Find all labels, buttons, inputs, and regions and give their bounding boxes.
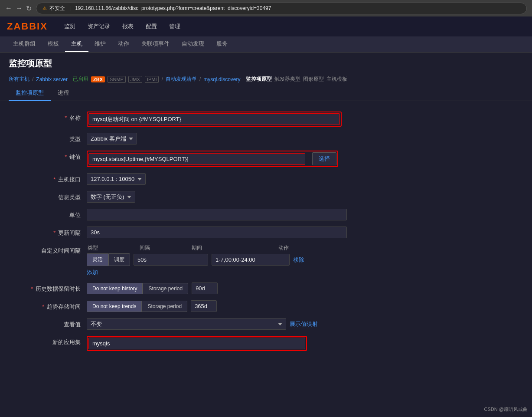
name-input[interactable] [88,113,340,125]
show-mapping-btn[interactable]: 展示值映射 [290,320,318,328]
trends-row: * 趋势存储时间 Do not keep trends Storage peri… [9,300,408,312]
brand-bar: ZABBIX 监测 资产记录 报表 配置 管理 [0,16,532,36]
url-text: 192.168.111.66/zabbix/disc_prototypes.ph… [75,5,271,11]
info-type-row: 信息类型 数字 (无正负) [9,191,408,203]
breadcrumb-discovery-list[interactable]: 自动发现清单 [166,76,197,83]
no-keep-trends-btn[interactable]: Do not keep trends [87,301,142,312]
host-interface-row: * 主机接口 127.0.0.1 : 10050 [9,173,408,185]
subnav-correlation[interactable]: 关联项事件 [135,36,176,52]
sep3: / [161,76,163,82]
page-wrapper: 监控项原型 所有主机 / Zabbix server 已启用 ZBX SNMP … [0,53,532,417]
unit-input[interactable] [87,209,347,220]
value-mapping-label: 查看值 [9,318,87,328]
sep1: / [32,76,33,82]
history-label: * 历史数据保留时长 [9,282,87,293]
remove-button[interactable]: 移除 [293,256,304,264]
menu-item-admin[interactable]: 管理 [163,19,186,34]
breadcrumb: 所有主机 / Zabbix server 已启用 ZBX SNMP JMX IP… [0,73,532,85]
schedule-header: 类型 间隔 期间 动作 [87,244,304,252]
type-row: 类型 Zabbix 客户端 [9,133,408,144]
header-action: 动作 [278,244,304,252]
main-menu[interactable]: 监测 资产记录 报表 配置 管理 [58,19,186,34]
sub-nav: 主机群组 模板 主机 维护 动作 关联项事件 自动发现 服务 [0,36,532,53]
insecure-label: 不安全 [49,5,65,12]
form-body: * 名称 类型 Zabbix 客户端 * 键值 [0,108,416,361]
page-title: 监控项原型 [0,53,532,73]
breadcrumb-zabbix-server[interactable]: Zabbix server [36,76,68,82]
info-type-label: 信息类型 [9,191,87,201]
app-field-wrapper [87,336,307,351]
subnav-discovery[interactable]: 自动发现 [176,36,210,52]
add-button[interactable]: 添加 [87,269,98,276]
tabs: 监控项原型 进程 [0,85,532,101]
address-bar[interactable]: ⚠ 不安全 | 192.168.111.66/zabbix/disc_proto… [36,3,527,14]
info-type-select[interactable]: 数字 (无正负) [87,191,135,203]
schedule-row-1: 灵活 调度 移除 [87,253,304,266]
breadcrumb-trigger-type: 触发器类型 [274,76,300,83]
host-interface-label: * 主机接口 [9,173,87,184]
tab-item-prototype[interactable]: 监控项原型 [9,85,51,101]
no-keep-history-btn[interactable]: Do not keep history [87,283,143,294]
header-interval: 间隔 [140,244,192,252]
name-label: * 名称 [9,112,87,122]
trends-controls: Do not keep trends Storage period [87,300,217,312]
menu-item-monitor[interactable]: 监测 [58,19,82,34]
value-mapping-row: 查看值 不变 展示值映射 [9,318,408,330]
menu-item-config[interactable]: 配置 [140,19,163,34]
schedule-btn[interactable]: 调度 [108,253,130,266]
period-input[interactable] [212,254,290,266]
type-select-wrapper: Zabbix 客户端 [87,133,137,144]
required-star-ui: * [53,230,55,236]
breadcrumb-item-prototype: 监控项原型 [246,76,272,83]
trends-period-input[interactable] [191,300,217,312]
select-button[interactable]: 选择 [312,152,336,165]
required-star: * [65,115,67,121]
storage-period-trends-btn[interactable]: Storage period [142,301,187,312]
subnav-hosts[interactable]: 主机 [65,36,88,52]
value-mapping-controls: 不变 展示值映射 [87,318,318,330]
subnav-templates[interactable]: 模板 [42,36,65,52]
app-row: 新的应用集 [9,336,408,351]
breadcrumb-mysql-discovery[interactable]: mysql.discovery [203,76,240,82]
menu-item-assets[interactable]: 资产记录 [82,19,116,34]
interval-input[interactable] [134,254,208,266]
brand-logo[interactable]: ZABBIX [7,21,48,32]
history-row: * 历史数据保留时长 Do not keep history Storage p… [9,282,408,294]
breadcrumb-graph-proto: 图形原型 [303,76,324,83]
update-interval-input[interactable] [87,227,347,238]
unit-row: 单位 [9,209,408,220]
value-mapping-select[interactable]: 不变 [87,318,286,330]
key-input[interactable] [88,153,305,165]
menu-item-reports[interactable]: 报表 [116,19,140,34]
lock-icon: ⚠ [42,6,47,11]
forward-button[interactable]: → [16,4,23,12]
browser-bar: ← → ↻ ⚠ 不安全 | 192.168.111.66/zabbix/disc… [0,0,532,16]
type-select[interactable]: Zabbix 客户端 [87,133,137,144]
back-button[interactable]: ← [5,4,12,12]
key-field-wrapper: 选择 [87,151,338,167]
app-label: 新的应用集 [9,336,87,346]
flexible-btn[interactable]: 灵活 [87,253,108,266]
browser-navigation[interactable]: ← → ↻ [5,4,32,13]
history-period-input[interactable] [192,282,218,294]
tab-progress[interactable]: 进程 [51,85,76,101]
subnav-services[interactable]: 服务 [210,36,234,52]
name-row: * 名称 [9,112,408,127]
zbx-badge: ZBX [91,76,105,82]
add-row: 添加 [87,269,304,276]
subnav-actions[interactable]: 动作 [112,36,135,52]
subnav-hostgroup[interactable]: 主机群组 [7,36,42,52]
custom-interval-label: 自定义时间间隔 [9,244,87,255]
required-star-hi: * [53,176,55,183]
host-interface-select[interactable]: 127.0.0.1 : 10050 [87,173,146,185]
type-label: 类型 [9,133,87,143]
storage-period-history-btn[interactable]: Storage period [143,283,188,294]
breadcrumb-all-hosts[interactable]: 所有主机 [9,76,29,83]
reload-button[interactable]: ↻ [26,4,32,13]
info-type-select-wrapper: 数字 (无正负) [87,191,135,203]
app-input[interactable] [88,338,305,349]
sep4: / [199,76,201,82]
required-star-trends: * [42,303,44,310]
unit-label: 单位 [9,209,87,219]
subnav-maintenance[interactable]: 维护 [88,36,112,52]
